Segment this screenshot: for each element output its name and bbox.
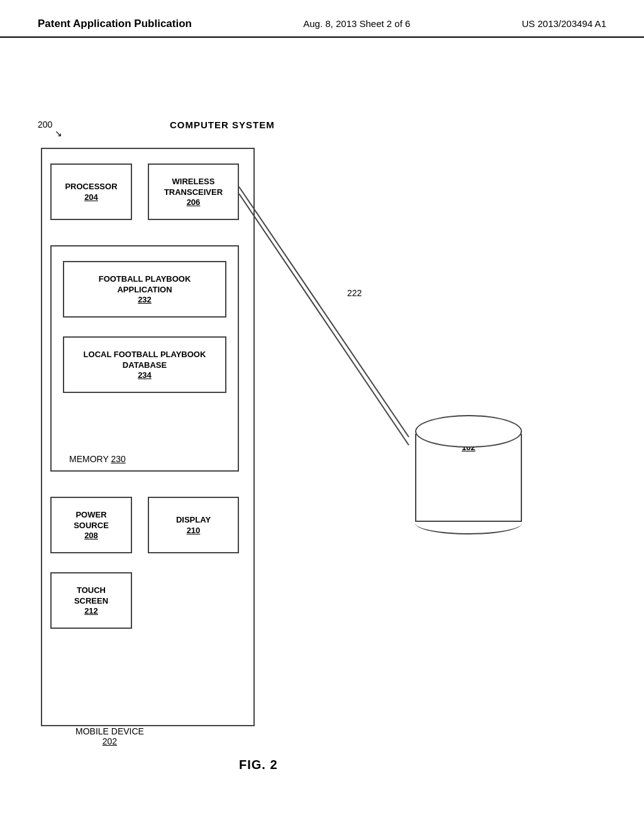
label-200: 200 [38, 119, 52, 130]
page-header: Patent Application Publication Aug. 8, 2… [0, 0, 644, 38]
publication-date-sheet: Aug. 8, 2013 Sheet 2 of 6 [303, 18, 410, 29]
football-playbook-application-box: FOOTBALL PLAYBOOKAPPLICATION 232 [63, 261, 226, 318]
power-source-box: POWERSOURCE 208 [50, 497, 132, 553]
svg-line-0 [239, 187, 409, 437]
cylinder-bottom-arc [415, 512, 522, 534]
display-label: DISPLAY [176, 515, 211, 526]
database-cylinder [415, 415, 522, 534]
power-source-number: 208 [84, 531, 98, 540]
touch-screen-label: TOUCHSCREEN [74, 585, 108, 607]
mobile-device-label: MOBILE DEVICE 202 [75, 726, 144, 746]
display-number: 210 [187, 526, 201, 535]
wireless-transceiver-number: 206 [187, 197, 201, 207]
fpb-app-label: FOOTBALL PLAYBOOKAPPLICATION [99, 274, 191, 296]
touch-screen-number: 212 [84, 606, 98, 616]
processor-number: 204 [84, 192, 98, 202]
touch-screen-box: TOUCHSCREEN 212 [50, 572, 132, 629]
local-football-playbook-database-box: LOCAL FOOTBALL PLAYBOOKDATABASE 234 [63, 336, 226, 393]
publication-number: US 2013/203494 A1 [522, 18, 606, 29]
memory-label: MEMORY 230 [69, 454, 126, 464]
fpb-app-number: 232 [138, 295, 152, 304]
diagram-area: 200 ↘ COMPUTER SYSTEM MOBILE DEVICE 202 … [0, 38, 644, 805]
display-box: DISPLAY 210 [148, 497, 239, 553]
label-222: 222 [347, 288, 362, 298]
figure-label: FIG. 2 [239, 758, 278, 772]
processor-label: PROCESSOR [65, 182, 117, 192]
power-source-label: POWERSOURCE [74, 510, 109, 531]
cylinder-top [415, 415, 522, 448]
wireless-transceiver-label: WIRELESSTRANSCEIVER [164, 177, 223, 198]
football-playbook-database-container [409, 409, 528, 541]
publication-title: Patent Application Publication [38, 18, 192, 30]
local-fpb-number: 234 [138, 370, 152, 380]
arrow-200: ↘ [55, 128, 62, 138]
wireless-transceiver-box: WIRELESSTRANSCEIVER 206 [148, 163, 239, 220]
local-fpb-label: LOCAL FOOTBALL PLAYBOOKDATABASE [84, 350, 206, 371]
processor-box: PROCESSOR 204 [50, 163, 132, 220]
computer-system-label: COMPUTER SYSTEM [170, 119, 275, 130]
svg-line-1 [239, 194, 409, 445]
